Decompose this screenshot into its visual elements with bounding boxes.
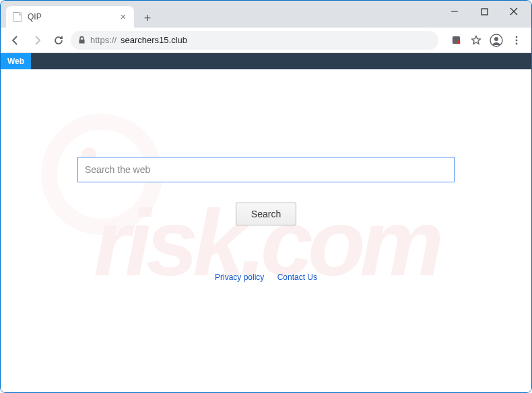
maximize-button[interactable] (469, 1, 499, 22)
url-host: searchers15.club (121, 35, 187, 45)
reload-button[interactable] (49, 31, 68, 50)
site-nav-bar: Web (1, 53, 531, 69)
lock-icon (77, 36, 86, 44)
svg-rect-1 (481, 9, 488, 15)
search-button[interactable]: Search (236, 203, 296, 225)
close-window-button[interactable] (499, 1, 529, 22)
browser-tab[interactable]: QIP × (6, 6, 134, 28)
footer-links: Privacy policy Contact Us (209, 273, 323, 282)
contact-us-link[interactable]: Contact Us (277, 273, 317, 282)
menu-icon[interactable] (507, 31, 526, 50)
bookmark-star-icon[interactable] (467, 31, 486, 50)
page-content: Web risk.com Search Privacy policy Conta… (1, 53, 531, 392)
privacy-policy-link[interactable]: Privacy policy (215, 273, 264, 282)
nav-tab-web[interactable]: Web (1, 53, 31, 69)
url-protocol: https:// (90, 35, 117, 45)
tab-title: QIP (28, 12, 114, 22)
svg-point-7 (494, 37, 498, 41)
minimize-button[interactable] (440, 1, 469, 22)
browser-toolbar: https://searchers15.club (1, 28, 531, 53)
close-icon[interactable]: × (119, 11, 127, 22)
address-bar[interactable]: https://searchers15.club (71, 31, 438, 50)
profile-avatar-icon[interactable] (487, 31, 506, 50)
new-tab-button[interactable]: + (138, 9, 157, 28)
page-icon (13, 12, 22, 22)
back-button[interactable] (6, 31, 25, 50)
forward-button[interactable] (28, 31, 46, 50)
svg-point-8 (516, 36, 518, 38)
window-controls (440, 1, 529, 22)
svg-rect-5 (457, 40, 460, 44)
browser-titlebar: QIP × + (1, 1, 531, 28)
extension-icon[interactable] (446, 31, 465, 50)
search-input[interactable] (77, 157, 455, 182)
svg-point-9 (516, 39, 518, 41)
svg-point-10 (516, 42, 518, 44)
